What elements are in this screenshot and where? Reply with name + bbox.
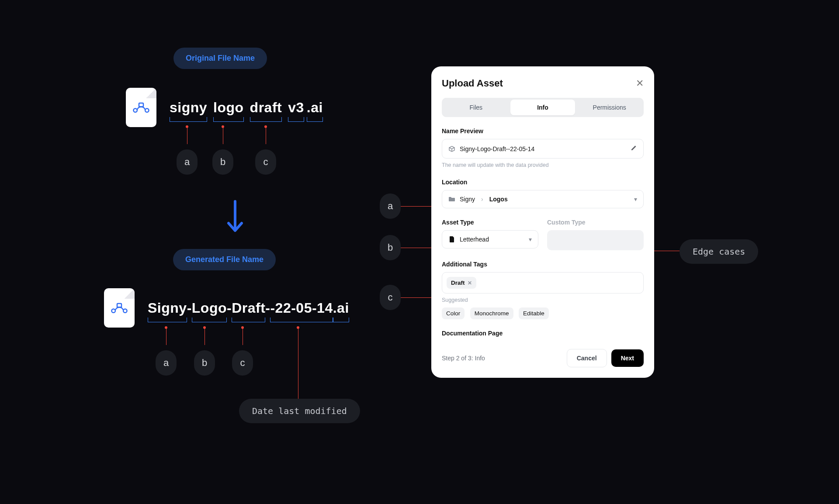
connector-dot	[241, 326, 244, 329]
name-preview-value: Signy-Logo-Draft--22-05-14	[460, 145, 534, 152]
annotation-tag-a: a	[380, 193, 401, 219]
original-filename-label: Original File Name	[173, 48, 267, 69]
annotation-tag-a: a	[156, 350, 177, 376]
connector-dot	[203, 326, 206, 329]
document-icon	[448, 236, 455, 243]
segment-logo: Logo	[192, 300, 227, 316]
segment-ai: .ai	[307, 100, 323, 116]
segment-draft: draft	[250, 100, 282, 116]
segment-draft: Draft	[232, 300, 265, 316]
segment-v3: v3	[288, 100, 304, 116]
connector-line	[266, 127, 266, 144]
chevron-down-icon: ▾	[634, 196, 637, 203]
svg-rect-6	[117, 304, 121, 307]
svg-rect-2	[139, 103, 143, 107]
tab-info[interactable]: Info	[510, 100, 576, 115]
name-preview-hint: The name will update with the data provi…	[442, 162, 644, 168]
vector-file-icon	[126, 88, 156, 127]
tag-chip-label: Draft	[451, 280, 465, 286]
chevron-down-icon: ▾	[529, 236, 532, 243]
asset-type-select[interactable]: Letterhead ▾	[442, 230, 538, 249]
connector-line	[223, 127, 223, 144]
asset-type-section: Asset Type	[442, 219, 538, 226]
location-field[interactable]: Signy › Logos ▾	[442, 190, 644, 208]
generated-filename-label: Generated File Name	[173, 249, 276, 270]
svg-point-1	[145, 109, 149, 112]
date-modified-note: Date last modified	[239, 399, 360, 423]
tab-permissions[interactable]: Permissions	[577, 100, 642, 115]
asset-type-value: Letterhead	[460, 236, 489, 243]
edit-icon[interactable]	[630, 145, 637, 153]
svg-point-4	[112, 309, 115, 313]
annotation-tag-b: b	[212, 149, 233, 175]
connector-dot	[222, 125, 224, 128]
connector-line	[298, 328, 298, 380]
location-section: Location	[442, 179, 644, 186]
original-filename: signylogodraftv3.ai	[170, 100, 323, 116]
next-button[interactable]: Next	[611, 349, 644, 367]
suggested-tag[interactable]: Editable	[519, 307, 549, 319]
name-preview-field[interactable]: Signy-Logo-Draft--22-05-14	[442, 139, 644, 159]
modal-title: Upload Asset	[442, 78, 503, 89]
suggested-label: Suggested	[442, 297, 644, 303]
annotation-tag-c: c	[232, 350, 253, 376]
connector-dot	[186, 125, 188, 128]
svg-point-5	[123, 309, 127, 313]
documentation-section: Documentation Page	[442, 330, 644, 337]
location-crumb-1: Logos	[489, 196, 508, 203]
connector-line	[243, 328, 243, 345]
cancel-button[interactable]: Cancel	[567, 349, 607, 367]
generated-file-row: Signy-Logo-Draft--22-05-14.ai	[104, 288, 349, 328]
connector-line	[187, 127, 187, 144]
segment-signy: signy	[170, 100, 207, 116]
connector-dot	[297, 326, 299, 329]
tag-chip: Draft ✕	[447, 277, 476, 289]
location-crumb-0: Signy	[460, 196, 475, 203]
segment-date: -22-05-14	[270, 300, 333, 316]
cube-icon	[448, 145, 455, 152]
segment-signy: Signy	[148, 300, 187, 316]
annotation-tag-b: b	[194, 350, 215, 376]
step-indicator: Step 2 of 3: Info	[442, 355, 485, 362]
original-file-row: signylogodraftv3.ai	[126, 88, 323, 127]
segment-ai: .ai	[333, 300, 349, 316]
svg-point-0	[134, 109, 137, 112]
generated-filename: Signy-Logo-Draft--22-05-14.ai	[148, 300, 349, 316]
edge-cases-note: Edge cases	[680, 239, 758, 264]
connector-line	[205, 328, 205, 345]
close-icon[interactable]: ✕	[636, 79, 644, 88]
connector-dot	[264, 125, 267, 128]
connector-line	[298, 380, 298, 399]
tab-files[interactable]: Files	[444, 100, 509, 115]
folder-icon	[448, 196, 455, 203]
annotation-tag-a: a	[177, 149, 198, 175]
suggested-tag[interactable]: Monochrome	[470, 307, 513, 319]
annotation-tag-b: b	[380, 235, 401, 260]
tags-section: Additional Tags	[442, 261, 644, 268]
custom-type-input[interactable]	[547, 230, 644, 250]
name-preview-section: Name Preview	[442, 128, 644, 135]
custom-type-section: Custom Type	[547, 219, 644, 226]
wizard-tabs: Files Info Permissions	[442, 98, 644, 117]
upload-asset-modal: Upload Asset ✕ Files Info Permissions Na…	[431, 66, 654, 378]
remove-tag-icon[interactable]: ✕	[468, 280, 472, 286]
chevron-right-icon: ›	[481, 196, 483, 203]
arrow-down-icon	[226, 199, 244, 236]
suggested-tag[interactable]: Color	[442, 307, 465, 319]
annotation-tag-c: c	[255, 149, 276, 175]
annotation-tag-c: c	[380, 285, 401, 310]
connector-line	[166, 328, 166, 345]
vector-file-icon	[104, 288, 135, 328]
tags-input[interactable]: Draft ✕	[442, 272, 644, 293]
connector-dot	[165, 326, 167, 329]
segment-logo: logo	[213, 100, 244, 116]
